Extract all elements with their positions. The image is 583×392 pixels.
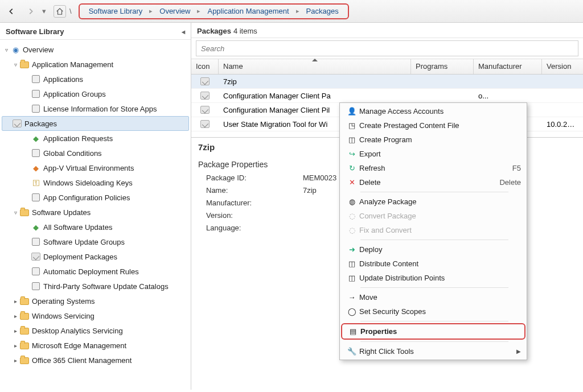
main-title: Packages 4 items — [191, 23, 583, 38]
tree-node-all-software-updates[interactable]: ◆All Software Updates — [0, 220, 191, 234]
menu-item-refresh[interactable]: ↻RefreshF5 — [341, 161, 525, 175]
tree-node-windows-servicing[interactable]: ▸Windows Servicing — [0, 308, 191, 323]
sidebar-title: Software Library ◂ — [0, 23, 191, 40]
twisty-icon[interactable]: ▸ — [11, 328, 19, 334]
tree-node-global-conditions[interactable]: Global Conditions — [0, 146, 191, 160]
tree-label: Automatic Deployment Rules — [43, 267, 139, 276]
tree-node-application-management[interactable]: ▿Application Management — [0, 57, 191, 72]
app-icon — [31, 237, 41, 246]
menu-item-convert-package: ◌Convert Package — [341, 209, 525, 223]
tree-node-applications[interactable]: Applications — [0, 72, 191, 86]
twisty-icon[interactable]: ▿ — [2, 47, 10, 53]
menu-separator — [360, 341, 508, 342]
menu-item-manage-access-accounts[interactable]: 👤Manage Access Accounts — [341, 104, 525, 118]
menu-item-right-click-tools[interactable]: 🔧Right Click Tools▶ — [341, 344, 525, 358]
twisty-icon[interactable]: ▿ — [11, 209, 19, 216]
tree-node-app-v-virtual-environments[interactable]: ◆App-V Virtual Environments — [0, 160, 191, 175]
menu-item-create-prestaged-content-file[interactable]: ◳Create Prestaged Content File — [341, 118, 525, 133]
menu-icon: ◫ — [344, 274, 359, 283]
breadcrumb-overview[interactable]: Overview — [156, 5, 194, 17]
pkg-icon — [31, 252, 41, 261]
tree-node-application-groups[interactable]: Application Groups — [0, 86, 191, 101]
menu-icon: ▤ — [346, 327, 360, 336]
tree-label: Operating Systems — [32, 297, 95, 306]
tree-node-license-information-for-store-apps[interactable]: License Information for Store Apps — [0, 101, 191, 116]
menu-icon: 🔧 — [344, 347, 359, 356]
tree-node-deployment-packages[interactable]: Deployment Packages — [0, 249, 191, 264]
tree-label: Windows Servicing — [32, 312, 95, 320]
twisty-icon[interactable]: ▸ — [11, 313, 19, 319]
column-version[interactable]: Version — [542, 59, 583, 74]
search-input[interactable] — [196, 40, 578, 56]
column-manufacturer[interactable]: Manufacturer — [474, 59, 542, 74]
folder-icon — [19, 60, 30, 69]
page-icon — [31, 267, 41, 276]
twisty-icon[interactable]: ▿ — [11, 61, 19, 68]
tree-node-software-update-groups[interactable]: Software Update Groups — [0, 234, 191, 249]
tree-node-app-configuration-policies[interactable]: App Configuration Policies — [0, 190, 191, 205]
menu-item-analyze-package[interactable]: ◍Analyze Package — [341, 195, 525, 209]
tree-label: Global Conditions — [43, 149, 102, 158]
menu-label: Update Distribution Points — [359, 274, 521, 282]
tree-label: Windows Sideloading Keys — [43, 179, 133, 187]
context-menu: 👤Manage Access Accounts◳Create Prestaged… — [339, 102, 527, 360]
column-programs[interactable]: Programs — [411, 59, 474, 74]
menu-item-export[interactable]: ↪Export — [341, 147, 525, 161]
collapse-sidebar-icon[interactable]: ◂ — [182, 28, 185, 36]
menu-separator — [360, 192, 508, 192]
tree-node-office-365-client-management[interactable]: ▸Office 365 Client Management — [0, 353, 191, 368]
green-icon: ◆ — [31, 222, 41, 232]
twisty-icon[interactable]: ▸ — [11, 343, 19, 349]
menu-item-move[interactable]: →Move — [341, 290, 525, 304]
menu-item-create-program[interactable]: ◫Create Program — [341, 133, 525, 147]
menu-item-set-security-scopes[interactable]: ◯Set Security Scopes — [341, 304, 525, 319]
tree-node-overview[interactable]: ▿◉Overview — [0, 42, 191, 57]
menu-label: Create Prestaged Content File — [359, 121, 521, 130]
folder-icon — [19, 326, 30, 335]
menu-item-update-distribution-points[interactable]: ◫Update Distribution Points — [341, 271, 525, 285]
menu-icon: ◯ — [344, 307, 359, 316]
home-icon[interactable] — [54, 5, 66, 18]
tree-node-microsoft-edge-management[interactable]: ▸Microsoft Edge Management — [0, 338, 191, 353]
tree-node-desktop-analytics-servicing[interactable]: ▸Desktop Analytics Servicing — [0, 323, 191, 338]
menu-item-deploy[interactable]: ➜Deploy — [341, 242, 525, 257]
breadcrumb-software-library[interactable]: Software Library — [85, 5, 146, 17]
tree-label: Software Updates — [32, 208, 91, 217]
sidebar: Software Library ◂ ▿◉Overview▿Applicatio… — [0, 23, 191, 390]
tree-label: Applications — [43, 75, 83, 84]
breadcrumb-packages[interactable]: Packages — [303, 5, 342, 17]
back-button[interactable] — [3, 3, 19, 19]
table-row[interactable]: 7zip — [191, 75, 583, 89]
tree-label: Microsoft Edge Management — [32, 341, 126, 350]
history-dropdown[interactable]: ▾ — [42, 7, 50, 15]
twisty-icon[interactable]: ▸ — [11, 298, 19, 304]
breadcrumb-application-management[interactable]: Application Management — [204, 5, 292, 17]
tree-node-application-requests[interactable]: ◆Application Requests — [0, 131, 191, 146]
tree-node-software-updates[interactable]: ▿Software Updates — [0, 205, 191, 220]
column-name[interactable]: Name — [219, 59, 411, 74]
column-icon[interactable]: Icon — [191, 59, 219, 74]
tree-node-operating-systems[interactable]: ▸Operating Systems — [0, 294, 191, 308]
menu-label: Convert Package — [359, 212, 521, 220]
tree-label: Application Management — [32, 60, 113, 69]
menu-separator — [360, 240, 508, 240]
table-row[interactable]: Configuration Manager Client Pao... — [191, 89, 583, 103]
chevron-icon: ▸ — [197, 7, 200, 15]
menu-label: Manage Access Accounts — [359, 107, 521, 115]
menu-item-properties[interactable]: ▤Properties — [341, 323, 525, 340]
menu-label: Export — [359, 150, 521, 158]
tree-label: App Configuration Policies — [43, 193, 130, 202]
forward-button[interactable] — [23, 3, 39, 19]
tree-node-third-party-software-update-catalogs[interactable]: Third-Party Software Update Catalogs — [0, 279, 191, 294]
menu-item-distribute-content[interactable]: ◫Distribute Content — [341, 257, 525, 271]
twisty-icon[interactable]: ▸ — [11, 357, 19, 364]
tree-node-packages[interactable]: Packages — [2, 116, 189, 131]
tree-node-windows-sideloading-keys[interactable]: ⚿Windows Sideloading Keys — [0, 175, 191, 190]
property-key: Language: — [206, 224, 303, 236]
menu-item-delete[interactable]: ✕DeleteDelete — [341, 175, 525, 189]
tree-label: Packages — [24, 119, 57, 128]
folder-icon — [19, 311, 30, 320]
row-version: 10.0.2200 — [542, 120, 583, 129]
tree-node-automatic-deployment-rules[interactable]: Automatic Deployment Rules — [0, 264, 191, 279]
menu-icon: ➜ — [344, 245, 359, 254]
